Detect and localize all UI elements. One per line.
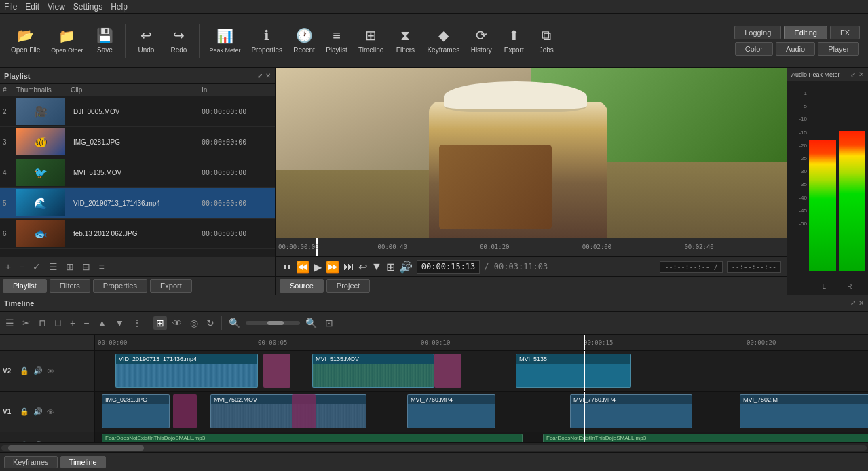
mode-editing-button[interactable]: Editing — [784, 26, 827, 39]
tl-split-icon[interactable]: ⋮ — [130, 316, 145, 330]
tab-project[interactable]: Project — [326, 279, 370, 293]
v1-eye-icon[interactable]: 👁 — [46, 407, 55, 417]
clip-v1-transition[interactable] — [173, 394, 197, 428]
playlist-row[interactable]: 6 🐟 feb.13 2012 062.JPG 00:00:00:00 — [0, 219, 275, 249]
mode-logging-button[interactable]: Logging — [734, 26, 781, 39]
tl-ripple-icon[interactable]: 👁 — [170, 316, 185, 330]
v2-eye-icon[interactable]: 👁 — [46, 366, 55, 376]
tl-paste-icon[interactable]: ⊔ — [52, 316, 64, 330]
playlist-row-selected[interactable]: 5 🌊 VID_20190713_171436.mp4 00:00:00:00 — [0, 188, 275, 219]
jobs-button[interactable]: ⧉ Jobs — [530, 16, 563, 65]
tl-loop-icon[interactable]: ↻ — [204, 316, 217, 330]
mode-audio-button[interactable]: Audio — [776, 42, 815, 56]
undo-button[interactable]: ↩ Undo — [130, 16, 162, 65]
menu-help[interactable]: Help — [111, 2, 128, 12]
mode-color-button[interactable]: Color — [735, 42, 773, 56]
clip-v1-5[interactable]: MVI_7502.M — [740, 394, 868, 428]
save-button[interactable]: 💾 Save — [88, 16, 121, 65]
clip-v1-3[interactable]: MVI_7760.MP4 — [407, 394, 495, 428]
transport-skip-end-icon[interactable]: ⏭ — [343, 261, 354, 273]
apm-close-icon[interactable]: ✕ — [858, 71, 864, 78]
transport-volume-icon[interactable]: 🔊 — [399, 261, 413, 274]
playlist-close-icon[interactable]: ✕ — [265, 72, 271, 79]
open-file-button[interactable]: 📂 Open File — [5, 16, 45, 65]
tl-zoom-out-icon[interactable]: 🔍 — [226, 316, 243, 330]
playlist-row[interactable]: 2 🎥 DJI_0005.MOV 00:00:00:00 — [0, 96, 275, 127]
timeline-scroll-thumb[interactable] — [8, 445, 144, 451]
playlist-list-icon[interactable]: ☰ — [46, 260, 60, 274]
tl-add-track-icon[interactable]: + — [67, 316, 78, 330]
filters-button[interactable]: ⧗ Filters — [389, 16, 421, 65]
in-point[interactable]: --:--:--:-- / — [660, 261, 722, 273]
v1-mute-icon[interactable]: 🔊 — [33, 407, 43, 417]
tl-remove-track-icon[interactable]: − — [81, 316, 92, 330]
recent-button[interactable]: 🕐 Recent — [288, 16, 320, 65]
tl-zoom-slider[interactable] — [246, 321, 300, 325]
playlist-grid-icon[interactable]: ⊞ — [63, 260, 77, 274]
tl-down-icon[interactable]: ▼ — [112, 316, 127, 330]
playlist-info-icon[interactable]: ≡ — [96, 260, 107, 274]
transport-options-icon[interactable]: ▼ — [371, 261, 382, 273]
transport-grid-icon[interactable]: ⊞ — [386, 261, 395, 274]
tab-export[interactable]: Export — [150, 279, 192, 293]
tab-keyframes[interactable]: Keyframes — [4, 456, 58, 468]
tl-snap-icon[interactable]: ⊞ — [153, 316, 167, 330]
tl-up-icon[interactable]: ▲ — [94, 316, 109, 330]
clip-v2-1[interactable]: VID_20190713_171436.mp4 — [115, 354, 258, 388]
playlist-expand-icon[interactable]: ⤢ — [257, 72, 263, 79]
tl-fit-icon[interactable]: ⊡ — [322, 316, 336, 330]
tl-center-icon[interactable]: ◎ — [187, 316, 201, 330]
v2-mute-icon[interactable]: 🔊 — [33, 366, 43, 376]
timecode-current[interactable]: 00:00:15:13 — [417, 260, 480, 274]
tab-timeline[interactable]: Timeline — [60, 456, 106, 468]
menu-view[interactable]: View — [48, 2, 65, 12]
menu-settings[interactable]: Settings — [73, 2, 102, 12]
transport-next-frame-icon[interactable]: ⏩ — [326, 261, 339, 274]
tl-copy-icon[interactable]: ⊓ — [36, 316, 49, 330]
clip-a1-1[interactable]: FearDoesNotExistInThisDojoSMALL.mp3 — [102, 434, 523, 442]
playlist-add-icon[interactable]: + — [3, 260, 14, 274]
clip-v2-2[interactable]: MVI_5135.MOV — [312, 354, 434, 388]
transport-skip-start-icon[interactable]: ⏮ — [281, 261, 292, 273]
tab-source[interactable]: Source — [280, 279, 324, 293]
v1-lock-icon[interactable]: 🔒 — [19, 407, 30, 417]
timeline-close-icon[interactable]: ✕ — [858, 299, 864, 307]
menu-edit[interactable]: Edit — [25, 2, 39, 12]
tab-playlist[interactable]: Playlist — [3, 279, 47, 293]
playlist-remove-icon[interactable]: − — [16, 260, 27, 274]
mode-fx-button[interactable]: FX — [830, 26, 860, 39]
timeline-scroll-track[interactable] — [1, 445, 867, 451]
playlist-row[interactable]: 3 🐠 IMG_0281.JPG 00:00:00:00 — [0, 127, 275, 157]
clip-v1-4[interactable]: MVI_7760.MP4 — [570, 394, 692, 428]
clip-a1-2[interactable]: FearDoesNotExistInThisDojoSMALL.mp3 — [543, 434, 868, 442]
clip-v2-transition[interactable] — [263, 354, 290, 388]
playlist-row[interactable]: 4 🐦 MVI_5135.MOV 00:00:00:00 — [0, 157, 275, 188]
clip-v2-3[interactable]: MVI_5135 — [516, 354, 631, 388]
transport-play-icon[interactable]: ▶ — [314, 261, 322, 274]
menu-file[interactable]: File — [4, 2, 17, 12]
clip-v1-1[interactable]: IMG_0281.JPG — [102, 394, 170, 428]
export-button[interactable]: ⬆ Export — [497, 16, 530, 65]
clip-v2-transition2[interactable] — [434, 354, 461, 388]
redo-button[interactable]: ↪ Redo — [162, 16, 195, 65]
out-point[interactable]: --:--:--:-- — [727, 261, 781, 273]
peak-meter-button[interactable]: 📊 Peak Meter — [204, 16, 246, 65]
tl-zoom-in-icon[interactable]: 🔍 — [303, 316, 320, 330]
playlist-detail-icon[interactable]: ⊟ — [79, 260, 93, 274]
playlist-button[interactable]: ≡ Playlist — [320, 16, 353, 65]
transport-prev-frame-icon[interactable]: ⏪ — [296, 261, 309, 274]
v2-lock-icon[interactable]: 🔒 — [19, 366, 30, 376]
tl-razor-icon[interactable]: ✂ — [20, 316, 33, 330]
clip-v1-transition2[interactable] — [292, 394, 316, 428]
tab-filters[interactable]: Filters — [50, 279, 90, 293]
properties-button[interactable]: ℹ Properties — [246, 16, 288, 65]
mode-player-button[interactable]: Player — [818, 42, 859, 56]
timeline-button[interactable]: ⊞ Timeline — [353, 16, 389, 65]
timeline-expand-icon[interactable]: ⤢ — [850, 299, 856, 307]
transport-loop-icon[interactable]: ↩ — [358, 261, 367, 274]
keyframes-button[interactable]: ◆ Keyframes — [421, 16, 465, 65]
track-area[interactable]: 00:00:00 00:00:05 00:00:10 00:00:15 00:0… — [95, 335, 868, 442]
tab-properties[interactable]: Properties — [93, 279, 147, 293]
tl-menu-icon[interactable]: ☰ — [3, 316, 17, 330]
clip-v1-2[interactable]: MVI_7502.MOV — [210, 394, 366, 428]
